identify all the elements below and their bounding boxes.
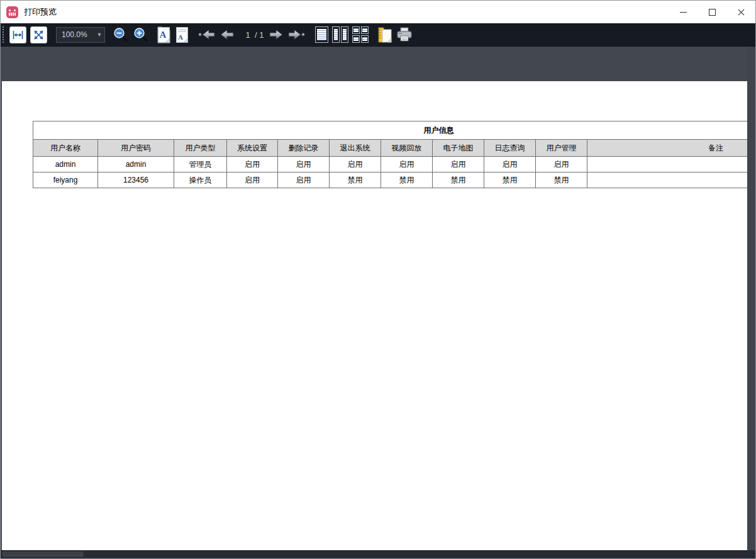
page-number-input[interactable]: 1 <box>243 30 252 40</box>
fit-page-icon <box>30 26 47 43</box>
toolbar: 100.0% ▼ A <box>1 23 755 47</box>
cell: admin <box>98 157 174 172</box>
fit-width-icon <box>9 26 26 43</box>
vertical-scrollbar-track <box>747 47 755 558</box>
maximize-icon <box>709 9 716 16</box>
cell: 启用 <box>536 157 587 172</box>
cell: 启用 <box>227 157 278 172</box>
column-header: 系统设置 <box>227 140 278 157</box>
cell: 管理员 <box>174 157 227 172</box>
svg-text:A: A <box>178 33 183 41</box>
first-page-button[interactable] <box>198 26 216 43</box>
cell: 禁用 <box>433 172 484 188</box>
zoom-out-button[interactable] <box>113 26 129 43</box>
print-icon <box>396 27 413 42</box>
cell: 禁用 <box>536 172 587 188</box>
prev-page-button[interactable] <box>220 26 235 43</box>
window-title: 打印预览 <box>24 6 57 18</box>
titlebar: 打印预览 <box>1 1 755 23</box>
preview-page: 用户信息 用户名称 用户密码 用户类型 系统设置 删除记录 退出系统 视频回放 … <box>2 81 747 551</box>
four-page-view-icon <box>352 26 369 43</box>
first-page-icon <box>198 29 216 40</box>
toolbar-grip[interactable] <box>3 26 6 43</box>
page-setup-icon <box>377 26 392 43</box>
page-setup-button[interactable] <box>377 26 392 43</box>
column-header: 视频回放 <box>381 140 433 157</box>
page-total-label: / 1 <box>255 30 264 40</box>
zoom-out-icon <box>113 26 129 43</box>
table-title: 用户信息 <box>33 121 748 140</box>
four-page-view-button[interactable] <box>352 26 369 43</box>
column-header: 用户类型 <box>174 140 227 157</box>
cell: 禁用 <box>484 172 536 188</box>
cell: 禁用 <box>330 172 381 188</box>
last-page-icon <box>287 29 305 40</box>
column-header: 电子地图 <box>433 140 484 157</box>
table-row: feiyang 123456 操作员 启用 启用 禁用 禁用 禁用 禁用 禁用 <box>33 172 748 188</box>
minimize-button[interactable] <box>669 1 698 23</box>
window-controls <box>669 1 755 23</box>
last-page-button[interactable] <box>287 26 305 43</box>
next-page-icon <box>269 29 284 40</box>
prev-page-icon <box>220 29 235 40</box>
horizontal-scrollbar-track[interactable] <box>1 550 755 558</box>
horizontal-scrollbar-thumb[interactable] <box>2 551 84 557</box>
cell: 启用 <box>278 157 330 172</box>
column-header: 备注 <box>587 140 748 157</box>
zoom-value: 100.0% <box>57 30 94 39</box>
cell: 操作员 <box>174 172 227 188</box>
two-page-view-button[interactable] <box>332 26 348 43</box>
fit-page-button[interactable] <box>30 26 47 43</box>
cell: 启用 <box>330 157 381 172</box>
table-title-row: 用户信息 <box>33 121 748 140</box>
print-button[interactable] <box>396 26 413 43</box>
single-page-view-icon <box>315 26 328 43</box>
cell: 启用 <box>227 172 278 188</box>
next-page-button[interactable] <box>269 26 284 43</box>
svg-text:A: A <box>160 30 167 40</box>
zoom-in-button[interactable] <box>133 26 149 43</box>
font-larger-button[interactable]: A <box>175 26 189 43</box>
cell: 启用 <box>381 157 433 172</box>
preview-canvas: 用户信息 用户名称 用户密码 用户类型 系统设置 删除记录 退出系统 视频回放 … <box>1 47 755 558</box>
cell: 123456 <box>98 172 174 188</box>
column-header: 日志查询 <box>484 140 536 157</box>
table-row: admin admin 管理员 启用 启用 启用 启用 启用 启用 启用 <box>33 157 748 172</box>
close-icon <box>738 9 745 16</box>
cell <box>587 157 748 172</box>
font-larger-icon: A <box>175 26 189 43</box>
close-button[interactable] <box>726 1 755 23</box>
column-header: 用户名称 <box>33 140 98 157</box>
font-smaller-icon: A <box>157 26 171 43</box>
zoom-combobox[interactable]: 100.0% ▼ <box>56 27 105 43</box>
cell: feiyang <box>33 172 98 188</box>
two-page-view-icon <box>332 26 348 43</box>
cell: 启用 <box>433 157 484 172</box>
cell: 启用 <box>278 172 330 188</box>
cell <box>587 172 748 188</box>
zoom-in-icon <box>133 26 149 43</box>
print-preview-window: 打印预览 <box>0 0 756 559</box>
column-header: 删除记录 <box>278 140 330 157</box>
column-header: 用户密码 <box>98 140 174 157</box>
column-header: 用户管理 <box>536 140 587 157</box>
minimize-icon <box>680 12 687 13</box>
cell: 禁用 <box>381 172 433 188</box>
fit-width-button[interactable] <box>9 26 26 43</box>
maximize-button[interactable] <box>698 1 726 23</box>
font-smaller-button[interactable]: A <box>157 26 171 43</box>
app-icon <box>6 6 18 18</box>
cell: admin <box>33 157 98 172</box>
user-info-table: 用户信息 用户名称 用户密码 用户类型 系统设置 删除记录 退出系统 视频回放 … <box>33 121 747 188</box>
cell: 启用 <box>484 157 536 172</box>
table-header-row: 用户名称 用户密码 用户类型 系统设置 删除记录 退出系统 视频回放 电子地图 … <box>33 140 748 157</box>
single-page-view-button[interactable] <box>315 26 328 43</box>
column-header: 退出系统 <box>330 140 381 157</box>
chevron-down-icon: ▼ <box>94 31 104 38</box>
